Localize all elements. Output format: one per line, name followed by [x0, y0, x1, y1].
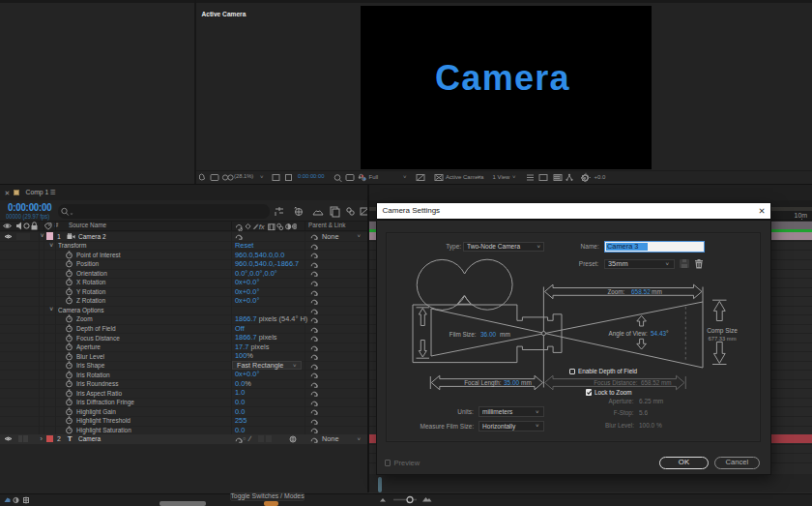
svg-text:fx: fx — [258, 223, 265, 231]
